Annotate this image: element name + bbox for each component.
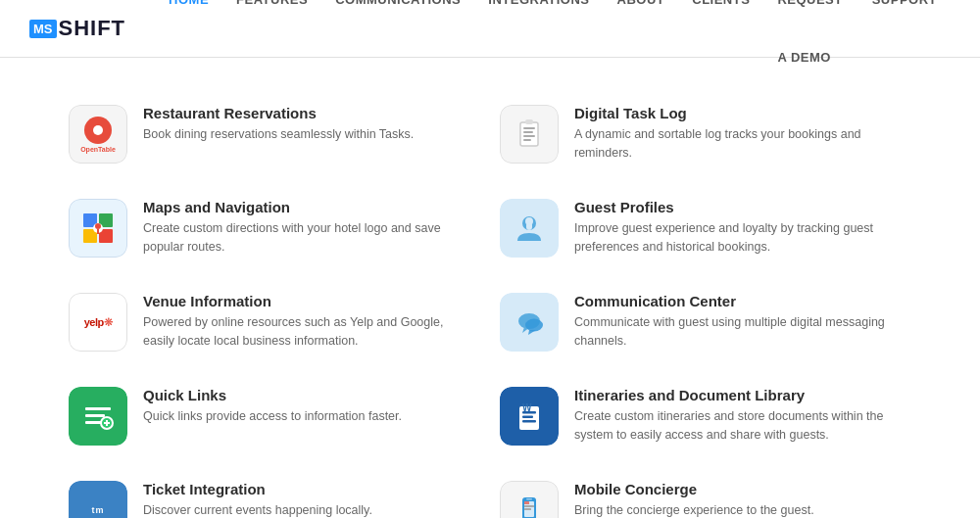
feature-icon-ticket-integration: tm <box>69 481 127 518</box>
nav-link-integrations[interactable]: INTEGRATIONS <box>474 0 603 28</box>
feature-title-communication-center: Communication Center <box>574 293 902 309</box>
feature-title-mobile-concierge: Mobile Concierge <box>574 481 814 497</box>
feature-item-venue-information: yelp❊ Venue Information Powered by onlin… <box>59 275 490 369</box>
svg-rect-19 <box>523 139 531 141</box>
svg-rect-16 <box>523 127 535 129</box>
feature-desc-venue-information: Powered by online resources such as Yelp… <box>143 313 470 351</box>
feature-item-maps-navigation: Maps and Navigation Create custom direct… <box>59 181 490 275</box>
feature-desc-guest-profiles: Improve guest experience and loyalty by … <box>574 219 902 257</box>
svg-rect-37 <box>524 501 529 504</box>
nav-link-support[interactable]: SUPPORT <box>858 0 951 28</box>
svg-rect-18 <box>523 135 535 137</box>
feature-icon-communication-center <box>500 293 559 352</box>
svg-rect-15 <box>520 122 538 146</box>
svg-point-5 <box>95 223 101 229</box>
feature-text-restaurant-reservations: Restaurant Reservations Book dining rese… <box>143 105 414 144</box>
feature-text-communication-center: Communication Center Communicate with gu… <box>574 293 902 351</box>
svg-rect-7 <box>85 407 111 410</box>
features-col-right: Digital Task Log A dynamic and sortable … <box>490 87 921 518</box>
feature-item-mobile-concierge: Mobile Concierge Bring the concierge exp… <box>490 463 921 518</box>
feature-text-ticket-integration: Ticket Integration Discover current even… <box>143 481 372 518</box>
feature-icon-maps-navigation <box>69 199 127 258</box>
feature-text-guest-profiles: Guest Profiles Improve guest experience … <box>574 199 902 257</box>
svg-rect-8 <box>85 414 105 417</box>
nav-link-features[interactable]: FEATURES <box>222 0 321 28</box>
feature-icon-mobile-concierge <box>500 481 559 518</box>
nav-link-request-a-demo[interactable]: REQUEST A DEMO <box>763 0 858 86</box>
feature-icon-guest-profiles <box>500 199 559 258</box>
feature-title-quick-links: Quick Links <box>143 387 402 403</box>
feature-text-maps-navigation: Maps and Navigation Create custom direct… <box>143 199 470 257</box>
feature-icon-venue-information: yelp❊ <box>69 293 127 352</box>
feature-title-restaurant-reservations: Restaurant Reservations <box>143 105 414 121</box>
feature-desc-ticket-integration: Discover current events happening locall… <box>143 501 372 518</box>
svg-rect-38 <box>524 505 534 507</box>
feature-title-venue-information: Venue Information <box>143 293 470 309</box>
svg-rect-20 <box>525 119 533 124</box>
svg-marker-27 <box>528 330 536 335</box>
nav-link-about[interactable]: ABOUT <box>604 0 679 28</box>
svg-point-26 <box>525 319 543 332</box>
logo-shift: SHIFT <box>59 16 126 41</box>
feature-desc-itineraries: Create custom itineraries and store docu… <box>574 407 902 445</box>
feature-text-mobile-concierge: Mobile Concierge Bring the concierge exp… <box>574 481 814 518</box>
feature-item-digital-task-log: Digital Task Log A dynamic and sortable … <box>490 87 921 181</box>
feature-title-digital-task-log: Digital Task Log <box>574 105 902 121</box>
feature-item-ticket-integration: tm Ticket Integration Discover current e… <box>59 463 490 518</box>
logo-link[interactable]: MS SHIFT <box>29 16 125 41</box>
feature-item-restaurant-reservations: OpenTable Restaurant Reservations Book d… <box>59 87 490 181</box>
svg-rect-39 <box>524 508 531 510</box>
feature-item-guest-profiles: Guest Profiles Improve guest experience … <box>490 181 921 275</box>
feature-title-itineraries: Itineraries and Document Library <box>574 387 902 403</box>
svg-rect-31 <box>522 420 536 423</box>
feature-icon-itineraries: W <box>500 387 559 446</box>
feature-desc-quick-links: Quick links provide access to informatio… <box>143 407 402 426</box>
svg-rect-23 <box>526 222 532 230</box>
feature-text-digital-task-log: Digital Task Log A dynamic and sortable … <box>574 105 902 163</box>
feature-title-ticket-integration: Ticket Integration <box>143 481 372 497</box>
feature-icon-quick-links <box>69 387 127 446</box>
nav-link-communications[interactable]: COMMUNICATIONS <box>321 0 474 28</box>
feature-desc-digital-task-log: A dynamic and sortable log tracks your b… <box>574 125 902 163</box>
logo-ms: MS <box>29 20 57 38</box>
nav-link-home[interactable]: HOME <box>155 0 222 28</box>
feature-item-quick-links: Quick Links Quick links provide access t… <box>59 369 490 463</box>
feature-desc-mobile-concierge: Bring the concierge experience to the gu… <box>574 501 814 518</box>
feature-icon-restaurant-reservations: OpenTable <box>69 105 127 164</box>
feature-item-itineraries: W Itineraries and Document Library Creat… <box>490 369 921 463</box>
navbar: MS SHIFT HOMEFEATURESCOMMUNICATIONSINTEG… <box>0 0 980 58</box>
feature-text-venue-information: Venue Information Powered by online reso… <box>143 293 470 351</box>
feature-item-communication-center: Communication Center Communicate with gu… <box>490 275 921 369</box>
feature-desc-communication-center: Communicate with guest using multiple di… <box>574 313 902 351</box>
feature-icon-digital-task-log <box>500 105 559 164</box>
feature-text-itineraries: Itineraries and Document Library Create … <box>574 387 902 445</box>
svg-rect-36 <box>526 498 532 500</box>
feature-desc-restaurant-reservations: Book dining reservations seamlessly with… <box>143 125 414 144</box>
svg-rect-30 <box>522 416 533 419</box>
svg-rect-17 <box>523 131 533 133</box>
features-grid: OpenTable Restaurant Reservations Book d… <box>0 58 980 518</box>
nav-links: HOMEFEATURESCOMMUNICATIONSINTEGRATIONSAB… <box>155 0 951 86</box>
features-col-left: OpenTable Restaurant Reservations Book d… <box>59 87 490 518</box>
feature-text-quick-links: Quick Links Quick links provide access t… <box>143 387 402 426</box>
feature-title-maps-navigation: Maps and Navigation <box>143 199 470 215</box>
nav-link-clients[interactable]: CLIENTS <box>678 0 763 28</box>
feature-desc-maps-navigation: Create custom directions with your hotel… <box>143 219 470 257</box>
feature-title-guest-profiles: Guest Profiles <box>574 199 902 215</box>
svg-text:W: W <box>522 402 532 413</box>
